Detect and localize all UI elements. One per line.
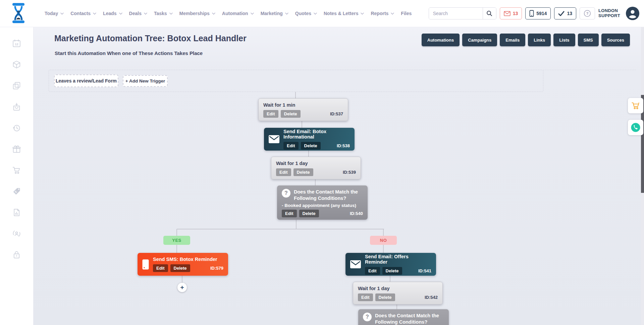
delete-button[interactable]: Delete — [375, 293, 395, 301]
automations-button[interactable]: Automations — [422, 34, 460, 46]
nav-automation[interactable]: Automation — [222, 11, 254, 16]
node-wait-542[interactable]: Wait for 1 day Edit Delete ID:542 — [353, 282, 443, 305]
connector — [176, 229, 177, 236]
add-new-trigger-button[interactable]: + Add New Trigger — [123, 75, 168, 87]
nav-leads[interactable]: Leads — [103, 11, 122, 16]
top-header: Today Contacts Leads Deals Tasks Members… — [0, 0, 644, 27]
node-wait-539[interactable]: Wait for 1 day Edit Delete ID:539 — [271, 157, 361, 179]
search-box — [429, 7, 496, 19]
copy-icon[interactable] — [12, 81, 21, 90]
delete-button[interactable]: Delete — [170, 264, 190, 272]
gift-icon[interactable] — [12, 145, 21, 154]
check-icon — [558, 11, 565, 16]
branch-connector — [177, 229, 384, 229]
add-step-button[interactable]: + — [177, 283, 187, 292]
cart-icon — [631, 101, 640, 110]
node-wait-537[interactable]: Wait for 1 min Edit Delete ID:537 — [258, 98, 348, 121]
lock-icon[interactable] — [12, 250, 21, 259]
nav-today[interactable]: Today — [45, 11, 64, 16]
sources-button[interactable]: Sources — [601, 34, 630, 46]
tasks-badge[interactable]: 13 — [554, 7, 576, 19]
chevron-down-icon — [169, 12, 173, 15]
nav-label: Files — [401, 11, 412, 16]
sms-phone-icon — [142, 259, 149, 270]
sms-button[interactable]: SMS — [578, 34, 599, 46]
node-id: ID:540 — [350, 211, 363, 216]
node-sms-579[interactable]: Send SMS: Botox Reminder Edit Delete ID:… — [138, 253, 228, 276]
report-icon[interactable] — [12, 208, 21, 217]
help-button[interactable]: ? — [580, 7, 595, 19]
lists-button[interactable]: Lists — [553, 34, 575, 46]
node-condition-540[interactable]: ? Does the Contact Match the Following C… — [277, 185, 368, 220]
chevron-down-icon — [391, 12, 394, 15]
condition-question: Does the Contact Match the Following Con… — [294, 189, 362, 202]
connector — [383, 229, 384, 236]
chevron-down-icon — [144, 12, 147, 15]
chevron-down-icon — [119, 12, 122, 15]
calendar-icon[interactable]: 12 — [12, 39, 21, 48]
node-email-538[interactable]: Send Email: Botox Informational Edit Del… — [264, 128, 355, 151]
marketing-toolbar: Automations Campaigns Emails Links Lists… — [422, 34, 630, 46]
edit-button[interactable]: Edit — [282, 210, 297, 217]
tasks-count: 13 — [567, 11, 572, 16]
chevron-down-icon — [212, 12, 215, 15]
nav-marketing[interactable]: Marketing — [261, 11, 288, 16]
edit-button[interactable]: Edit — [283, 142, 299, 150]
delete-button[interactable]: Delete — [301, 142, 321, 150]
price-tag-icon[interactable]: $ — [12, 187, 21, 196]
links-button[interactable]: Links — [528, 34, 551, 46]
connector — [390, 276, 390, 282]
campaigns-button[interactable]: Campaigns — [462, 34, 497, 46]
node-title: Wait for 1 min — [263, 102, 343, 108]
cart-widget-button[interactable] — [628, 98, 643, 113]
nav-contacts[interactable]: Contacts — [70, 11, 96, 16]
search-button[interactable] — [483, 8, 496, 19]
node-condition-bottom[interactable]: ? Does the Contact Match the Following C… — [358, 309, 449, 325]
delete-button[interactable]: Delete — [382, 267, 402, 275]
search-input[interactable] — [429, 8, 483, 19]
nav-deals[interactable]: Deals — [129, 11, 147, 16]
edit-button[interactable]: Edit — [263, 110, 278, 118]
delete-button[interactable]: Delete — [299, 210, 319, 217]
person-icon — [626, 7, 639, 20]
nav-quotes[interactable]: Quotes — [295, 11, 317, 16]
package-icon[interactable] — [12, 60, 21, 69]
nav-label: Notes & Letters — [324, 11, 358, 16]
connector — [295, 92, 296, 98]
emails-button[interactable]: Emails — [500, 34, 525, 46]
connector — [302, 121, 302, 128]
nav-files[interactable]: Files — [401, 11, 412, 16]
node-email-541[interactable]: Send Email: Offers Reminder Edit Delete … — [345, 253, 436, 276]
calls-badge[interactable]: 5914 — [525, 7, 551, 19]
nav-label: Quotes — [295, 11, 311, 16]
branch-yes-label: YES — [163, 236, 190, 245]
nav-reports[interactable]: Reports — [371, 11, 394, 16]
edit-button[interactable]: Edit — [153, 264, 168, 272]
edit-button[interactable]: Edit — [358, 293, 373, 301]
user-avatar[interactable] — [626, 7, 639, 20]
delete-button[interactable]: Delete — [293, 168, 313, 176]
edit-button[interactable]: Edit — [276, 168, 291, 176]
trigger-divider — [543, 70, 636, 70]
messages-badge[interactable]: 13 — [500, 7, 522, 19]
envelope-icon — [269, 135, 279, 143]
bag-download-icon[interactable] — [12, 102, 21, 111]
whatsapp-widget-button[interactable] — [628, 120, 643, 135]
nav-notes-letters[interactable]: Notes & Letters — [324, 11, 364, 16]
node-title: Send SMS: Botox Reminder — [153, 257, 223, 262]
user-name: LONDON SUPPORT — [598, 8, 623, 18]
trigger-leaves-review[interactable]: Leaves a review/Lead Form — [54, 74, 118, 87]
main-nav: Today Contacts Leads Deals Tasks Members… — [45, 0, 412, 27]
history-icon[interactable] — [12, 123, 21, 132]
cart-icon[interactable] — [12, 166, 21, 175]
edit-button[interactable]: Edit — [365, 267, 380, 275]
delete-button[interactable]: Delete — [281, 110, 301, 118]
condition-question: Does the Contact Match the Following Con… — [375, 313, 443, 325]
account-sync-icon[interactable] — [12, 229, 21, 238]
app-logo[interactable] — [9, 2, 28, 25]
nav-memberships[interactable]: Memberships — [179, 11, 215, 16]
node-id: ID:542 — [425, 295, 438, 300]
nav-tasks[interactable]: Tasks — [154, 11, 173, 16]
calendar-day-label: 12 — [15, 43, 18, 46]
connector — [308, 151, 309, 157]
